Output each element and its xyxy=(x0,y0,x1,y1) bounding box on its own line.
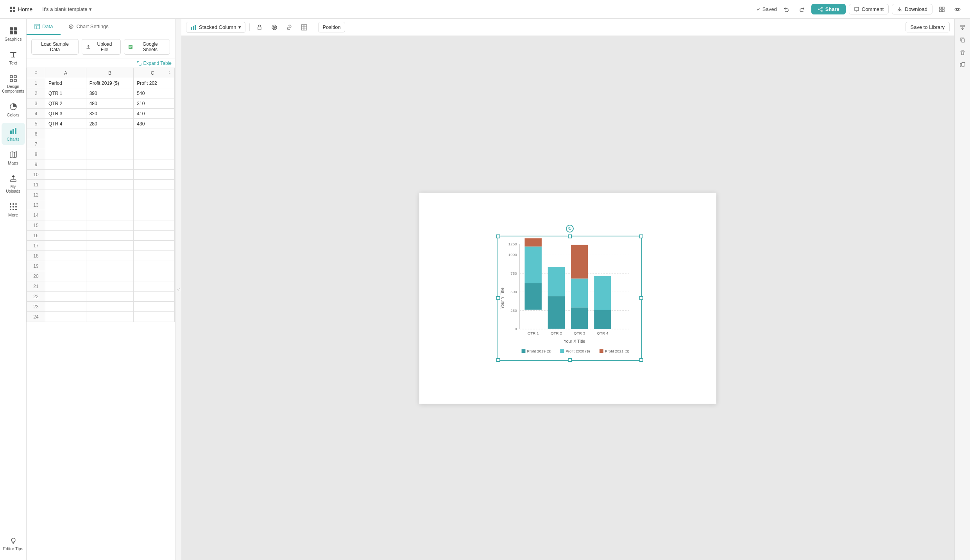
cell-17-1[interactable] xyxy=(86,251,134,261)
resize-handle-tr[interactable] xyxy=(639,234,643,238)
sidebar-item-more[interactable]: More xyxy=(2,199,25,221)
cell-2-2[interactable]: 310 xyxy=(134,98,175,109)
table-row[interactable]: 19 xyxy=(27,261,175,271)
right-duplicate-button[interactable] xyxy=(957,59,968,70)
table-row[interactable]: 24 xyxy=(27,312,175,322)
cell-12-1[interactable] xyxy=(86,200,134,210)
table-row[interactable]: 1PeriodProfit 2019 ($)Profit 202 xyxy=(27,78,175,88)
cell-18-2[interactable] xyxy=(134,261,175,271)
comment-button[interactable]: Comment xyxy=(849,4,889,14)
cell-23-2[interactable] xyxy=(134,312,175,322)
cell-18-0[interactable] xyxy=(45,261,86,271)
cell-13-2[interactable] xyxy=(134,210,175,220)
share-button[interactable]: Share xyxy=(811,4,846,14)
cell-15-2[interactable] xyxy=(134,231,175,241)
canvas-content[interactable]: ↻ Your Y Title xyxy=(181,36,954,560)
cell-22-0[interactable] xyxy=(45,302,86,312)
sidebar-item-graphics[interactable]: Graphics xyxy=(2,23,25,45)
template-name[interactable]: It's a blank template ▾ xyxy=(42,6,91,12)
upload-file-button[interactable]: Upload File xyxy=(82,39,121,55)
table-row[interactable]: 18 xyxy=(27,251,175,261)
cell-2-1[interactable]: 480 xyxy=(86,98,134,109)
cell-15-1[interactable] xyxy=(86,231,134,241)
table-row[interactable]: 20 xyxy=(27,271,175,281)
target-button[interactable] xyxy=(268,21,280,33)
table-row[interactable]: 9 xyxy=(27,159,175,170)
tab-data[interactable]: Data xyxy=(27,19,61,35)
sidebar-item-design[interactable]: DesignComponents xyxy=(2,70,25,97)
expand-table-button[interactable]: Expand Table xyxy=(137,61,172,66)
table-row[interactable]: 12 xyxy=(27,190,175,200)
table-row[interactable]: 4QTR 3320410 xyxy=(27,109,175,119)
cell-0-2[interactable]: Profit 202 xyxy=(134,78,175,88)
google-sheets-button[interactable]: Google Sheets xyxy=(124,39,170,55)
cell-4-0[interactable]: QTR 4 xyxy=(45,119,86,129)
cell-20-1[interactable] xyxy=(86,281,134,292)
cell-19-1[interactable] xyxy=(86,271,134,281)
cell-19-2[interactable] xyxy=(134,271,175,281)
sidebar-item-colors[interactable]: Colors xyxy=(2,98,25,121)
table-row[interactable]: 5QTR 4280430 xyxy=(27,119,175,129)
cell-1-1[interactable]: 390 xyxy=(86,88,134,98)
table-row[interactable]: 10 xyxy=(27,170,175,180)
right-delete-button[interactable] xyxy=(957,47,968,58)
table-row[interactable]: 3QTR 2480310 xyxy=(27,98,175,109)
table-row[interactable]: 11 xyxy=(27,180,175,190)
fullscreen-button[interactable] xyxy=(936,3,948,16)
cell-20-0[interactable] xyxy=(45,281,86,292)
cell-8-2[interactable] xyxy=(134,159,175,170)
cell-14-1[interactable] xyxy=(86,220,134,231)
cell-16-1[interactable] xyxy=(86,241,134,251)
table-row[interactable]: 2QTR 1390540 xyxy=(27,88,175,98)
cell-5-1[interactable] xyxy=(86,129,134,139)
cell-21-1[interactable] xyxy=(86,292,134,302)
cell-3-0[interactable]: QTR 3 xyxy=(45,109,86,119)
resize-handle-tl[interactable] xyxy=(496,234,500,238)
table-row[interactable]: 17 xyxy=(27,241,175,251)
cell-8-1[interactable] xyxy=(86,159,134,170)
cell-17-0[interactable] xyxy=(45,251,86,261)
cell-4-1[interactable]: 280 xyxy=(86,119,134,129)
table-row[interactable]: 14 xyxy=(27,210,175,220)
cell-9-1[interactable] xyxy=(86,170,134,180)
cell-5-0[interactable] xyxy=(45,129,86,139)
chart-element[interactable]: ↻ Your Y Title xyxy=(498,236,642,361)
cell-1-2[interactable]: 540 xyxy=(134,88,175,98)
cell-14-0[interactable] xyxy=(45,220,86,231)
cell-11-1[interactable] xyxy=(86,190,134,200)
cell-16-0[interactable] xyxy=(45,241,86,251)
col-header-c[interactable]: C xyxy=(134,68,175,78)
cell-4-2[interactable]: 430 xyxy=(134,119,175,129)
cell-1-0[interactable]: QTR 1 xyxy=(45,88,86,98)
col-header-a[interactable]: A xyxy=(45,68,86,78)
cell-16-2[interactable] xyxy=(134,241,175,251)
save-library-button[interactable]: Save to Library xyxy=(906,22,950,32)
cell-0-0[interactable]: Period xyxy=(45,78,86,88)
cell-3-1[interactable]: 320 xyxy=(86,109,134,119)
right-download-button[interactable] xyxy=(957,22,968,33)
cell-23-1[interactable] xyxy=(86,312,134,322)
table-row[interactable]: 13 xyxy=(27,200,175,210)
cell-22-1[interactable] xyxy=(86,302,134,312)
chart-type-button[interactable]: Stacked Column ▾ xyxy=(186,22,245,33)
rotate-handle[interactable]: ↻ xyxy=(566,225,574,233)
sidebar-item-maps[interactable]: Maps xyxy=(2,147,25,169)
redo-button[interactable] xyxy=(796,3,808,16)
preview-button[interactable] xyxy=(951,3,964,16)
cell-7-2[interactable] xyxy=(134,149,175,159)
cell-13-1[interactable] xyxy=(86,210,134,220)
table-row[interactable]: 7 xyxy=(27,139,175,149)
panel-resize-handle[interactable]: ◁ xyxy=(175,19,181,560)
cell-5-2[interactable] xyxy=(134,129,175,139)
sidebar-item-tips[interactable]: Editor Tips xyxy=(2,533,25,555)
cell-9-0[interactable] xyxy=(45,170,86,180)
cell-0-1[interactable]: Profit 2019 ($) xyxy=(86,78,134,88)
right-copy-button[interactable] xyxy=(957,34,968,45)
cell-12-2[interactable] xyxy=(134,200,175,210)
cell-10-2[interactable] xyxy=(134,180,175,190)
cell-7-0[interactable] xyxy=(45,149,86,159)
cell-11-0[interactable] xyxy=(45,190,86,200)
lock-button[interactable] xyxy=(254,21,265,33)
col-header-b[interactable]: B xyxy=(86,68,134,78)
cell-19-0[interactable] xyxy=(45,271,86,281)
